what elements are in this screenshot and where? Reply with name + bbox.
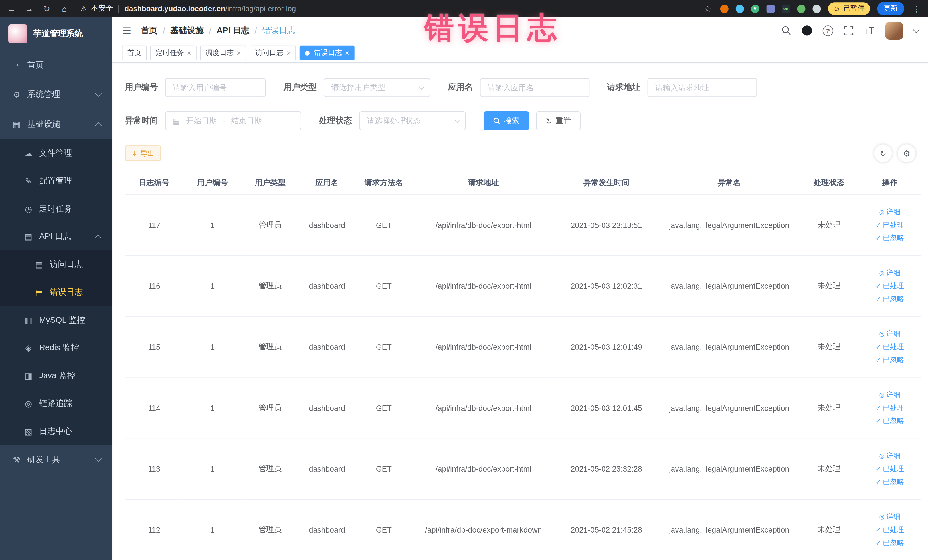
sidebar-item-java-monitor[interactable]: ◨ Java 监控	[0, 362, 112, 390]
column-header: 异常发生时间	[554, 172, 658, 195]
mark-ignored-link[interactable]: ✓已忽略	[859, 536, 921, 549]
extension-icon-2[interactable]	[736, 5, 744, 13]
reset-button[interactable]: ↻ 重置	[536, 111, 580, 130]
ignored-link-label: 已忽略	[883, 539, 904, 547]
mark-processed-link[interactable]: ✓已处理	[859, 218, 921, 232]
column-header: 用户编号	[183, 172, 241, 195]
cell-exception-time: 2021-05-03 23:13:51	[554, 195, 658, 256]
close-icon[interactable]: ×	[286, 49, 291, 57]
date-range-picker[interactable]: ▦ 开始日期 - 结束日期	[165, 111, 301, 130]
extension-icon-leaf[interactable]	[797, 5, 805, 13]
processed-link-label: 已处理	[883, 404, 904, 412]
detail-link[interactable]: ◎详细	[859, 449, 921, 462]
sidebar-item-system[interactable]: ⚙ 系统管理	[0, 80, 112, 110]
mark-ignored-link[interactable]: ✓已忽略	[859, 292, 921, 305]
detail-link[interactable]: ◎详细	[859, 267, 921, 279]
search-icon[interactable]	[781, 25, 791, 35]
font-size-icon[interactable]: тT	[864, 25, 875, 35]
tab-label: 访问日志	[255, 48, 284, 58]
sidebar-item-infra[interactable]: ▦ 基础设施	[0, 110, 112, 139]
sidebar-item-error-log[interactable]: ▤ 错误日志	[0, 278, 112, 306]
forward-icon[interactable]: →	[24, 4, 34, 13]
sidebar-item-mysql-monitor[interactable]: ▥ MySQL 监控	[0, 306, 112, 334]
sidebar-item-api-log[interactable]: ▤ API 日志	[0, 223, 112, 250]
process-status-select[interactable]: 请选择处理状态	[359, 111, 466, 130]
github-icon[interactable]	[802, 25, 812, 35]
cell-exception-name: java.lang.IllegalArgumentException	[658, 499, 800, 560]
cell-actions: ◎详细 ✓已处理 ✓已忽略	[858, 377, 922, 438]
refresh-table-button[interactable]: ↻	[874, 144, 892, 162]
tab-scheduled-jobs[interactable]: 定时任务 ×	[150, 46, 197, 61]
request-url-input[interactable]	[647, 78, 757, 97]
chrome-update-button[interactable]: 更新	[877, 2, 904, 15]
clock-icon: ◷	[24, 204, 33, 214]
tab-access-log[interactable]: 访问日志 ×	[250, 46, 296, 61]
app-name-input[interactable]	[480, 78, 590, 97]
sidebar-item-home[interactable]: ◔ 首页	[0, 50, 112, 80]
user-avatar[interactable]	[885, 22, 903, 40]
breadcrumb-infra[interactable]: 基础设施	[171, 25, 204, 36]
chrome-menu-icon[interactable]: ⋮	[911, 4, 922, 13]
close-icon[interactable]: ×	[187, 49, 191, 57]
close-icon[interactable]: ×	[345, 49, 350, 57]
extension-icon-1[interactable]	[720, 5, 728, 13]
close-icon[interactable]: ×	[237, 49, 241, 57]
avatar-caret-icon[interactable]	[913, 26, 919, 32]
tab-error-log[interactable]: 错误日志 ×	[299, 46, 355, 61]
mark-ignored-link[interactable]: ✓已忽略	[859, 354, 921, 366]
address-bar[interactable]: ⚠ 不安全 dashboard.yudao.iocoder.cn/infra/l…	[81, 3, 296, 14]
mark-processed-link[interactable]: ✓已处理	[859, 462, 921, 475]
sidebar-item-access-log[interactable]: ▤ 访问日志	[0, 250, 112, 278]
mark-ignored-link[interactable]: ✓已忽略	[859, 231, 921, 244]
search-button[interactable]: 搜索	[484, 111, 529, 130]
sidebar-item-log-center[interactable]: ▧ 日志中心	[0, 417, 112, 445]
extension-icon-paw[interactable]	[812, 5, 821, 13]
breadcrumb-separator: /	[163, 26, 165, 35]
mark-processed-link[interactable]: ✓已处理	[859, 340, 921, 354]
reload-icon[interactable]: ↻	[41, 4, 52, 13]
sidebar-item-dev-tools[interactable]: ⚒ 研发工具	[0, 445, 112, 475]
sidebar-item-config-management[interactable]: ✎ 配置管理	[0, 167, 112, 195]
sidebar-item-redis-monitor[interactable]: ◈ Redis 监控	[0, 334, 112, 362]
sidebar-item-file-management[interactable]: ☁ 文件管理	[0, 139, 112, 167]
detail-link[interactable]: ◎详细	[859, 327, 921, 340]
back-icon[interactable]: ←	[6, 4, 17, 13]
user-id-input[interactable]	[165, 78, 266, 97]
sidebar-item-scheduled-jobs[interactable]: ◷ 定时任务	[0, 195, 112, 223]
extension-icon-on[interactable]: on	[781, 5, 790, 13]
api-log-submenu: ▤ 访问日志 ▤ 错误日志	[0, 250, 112, 306]
paused-badge[interactable]: ☺ 已暂停	[828, 2, 870, 15]
eye-icon: ◎	[879, 208, 885, 215]
detail-link[interactable]: ◎详细	[859, 510, 921, 523]
detail-link-label: 详细	[886, 330, 901, 338]
user-type-label: 用户类型	[284, 82, 317, 93]
mark-ignored-link[interactable]: ✓已忽略	[859, 475, 921, 488]
mark-processed-link[interactable]: ✓已处理	[859, 523, 921, 536]
hamburger-icon[interactable]: ☰	[122, 24, 131, 37]
request-url-label: 请求地址	[607, 82, 640, 93]
bookmark-star-icon[interactable]: ☆	[702, 4, 713, 13]
detail-link[interactable]: ◎详细	[859, 388, 921, 401]
check-icon: ✓	[876, 343, 881, 350]
sidebar-item-label: 文件管理	[39, 148, 72, 158]
home-icon[interactable]: ⌂	[59, 4, 70, 13]
detail-link[interactable]: ◎详细	[859, 205, 921, 218]
column-settings-button[interactable]: ⚙	[898, 144, 916, 162]
breadcrumb-home[interactable]: 首页	[141, 25, 157, 36]
mark-processed-link[interactable]: ✓已处理	[859, 279, 921, 292]
extension-icon-grid[interactable]	[766, 5, 774, 13]
extension-icon-vue[interactable]: V	[751, 5, 759, 13]
export-button[interactable]: ↧ 导出	[125, 145, 161, 161]
mark-processed-link[interactable]: ✓已处理	[859, 401, 921, 415]
tab-schedule-log[interactable]: 调度日志 ×	[200, 46, 246, 61]
column-header: 请求地址	[412, 172, 554, 195]
tab-home[interactable]: 首页	[122, 46, 147, 61]
processed-link-label: 已处理	[883, 525, 904, 534]
mark-ignored-link[interactable]: ✓已忽略	[859, 414, 921, 427]
sidebar-item-trace[interactable]: ◎ 链路追踪	[0, 389, 112, 417]
fullscreen-icon[interactable]	[844, 26, 853, 35]
logo[interactable]: 芋道管理系统	[0, 17, 112, 50]
user-type-select[interactable]: 请选择用户类型	[324, 78, 430, 97]
breadcrumb-api-log[interactable]: API 日志	[217, 25, 249, 36]
help-icon[interactable]: ?	[823, 25, 833, 36]
